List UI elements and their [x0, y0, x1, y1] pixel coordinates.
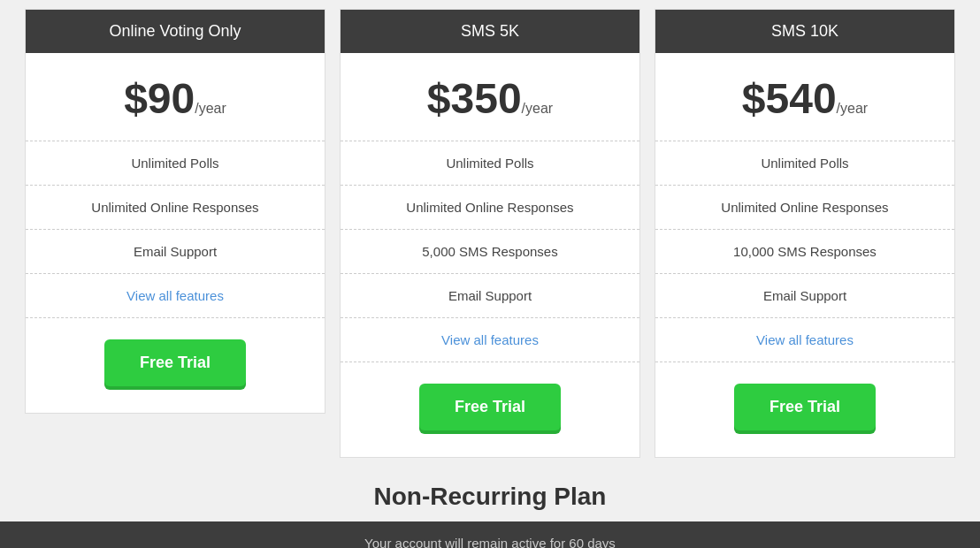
- plan-card-online-voting-only: Online Voting Only$90/yearUnlimited Poll…: [25, 9, 325, 414]
- plan-feature-sms-10k-1: Unlimited Online Responses: [655, 186, 954, 230]
- free-trial-button-sms-10k[interactable]: Free Trial: [734, 384, 876, 430]
- price-amount: $350: [427, 75, 522, 122]
- plan-feature-online-voting-only-0: Unlimited Polls: [26, 141, 325, 186]
- plan-feature-sms-5k-1: Unlimited Online Responses: [341, 186, 639, 230]
- plan-feature-sms-5k-0: Unlimited Polls: [341, 141, 639, 186]
- plan-card-sms-5k: SMS 5K$350/yearUnlimited PollsUnlimited …: [340, 9, 640, 458]
- footer-bar: Your account will remain active for 60 d…: [0, 521, 980, 548]
- price-period: /year: [837, 101, 869, 116]
- plan-card-sms-10k: SMS 10K$540/yearUnlimited PollsUnlimited…: [655, 9, 955, 458]
- plan-price-sms-5k: $350/year: [341, 53, 639, 141]
- plan-price-sms-10k: $540/year: [655, 53, 954, 141]
- plan-price-online-voting-only: $90/year: [26, 53, 325, 141]
- view-all-features-sms-5k[interactable]: View all features: [341, 318, 639, 362]
- plan-feature-online-voting-only-2: Email Support: [26, 230, 325, 274]
- price-amount: $90: [124, 75, 195, 122]
- non-recurring-title: Non-Recurring Plan: [0, 467, 980, 521]
- free-trial-button-sms-5k[interactable]: Free Trial: [419, 384, 561, 430]
- price-period: /year: [522, 101, 554, 116]
- plan-cta-sms-5k: Free Trial: [341, 362, 639, 457]
- pricing-cards-container: Online Voting Only$90/yearUnlimited Poll…: [0, 0, 980, 467]
- plan-feature-online-voting-only-1: Unlimited Online Responses: [26, 186, 325, 230]
- plan-header-sms-5k: SMS 5K: [341, 10, 639, 53]
- free-trial-button-online-voting-only[interactable]: Free Trial: [104, 339, 246, 386]
- plan-feature-sms-5k-3: Email Support: [341, 274, 639, 318]
- view-all-features-sms-10k[interactable]: View all features: [655, 318, 954, 362]
- plan-feature-sms-5k-2: 5,000 SMS Responses: [341, 230, 639, 274]
- price-period: /year: [195, 101, 226, 116]
- plan-cta-sms-10k: Free Trial: [655, 362, 954, 457]
- plan-header-sms-10k: SMS 10K: [655, 10, 954, 53]
- view-all-features-online-voting-only[interactable]: View all features: [26, 274, 325, 318]
- plan-header-online-voting-only: Online Voting Only: [26, 10, 325, 53]
- plan-feature-sms-10k-2: 10,000 SMS Responses: [655, 230, 954, 274]
- plan-cta-online-voting-only: Free Trial: [26, 318, 325, 413]
- plan-feature-sms-10k-3: Email Support: [655, 274, 954, 318]
- price-amount: $540: [742, 75, 837, 122]
- plan-feature-sms-10k-0: Unlimited Polls: [655, 141, 954, 186]
- footer-text: Your account will remain active for 60 d…: [364, 536, 616, 548]
